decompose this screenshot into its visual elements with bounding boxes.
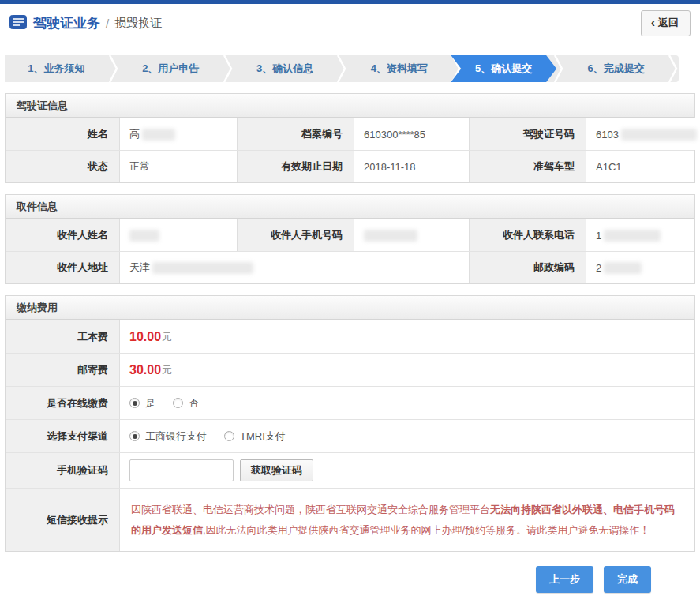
sms-code-input[interactable]	[129, 459, 234, 481]
recipient-phone-value: 1	[586, 219, 694, 251]
postage-fee-label: 邮寄费	[6, 354, 119, 386]
pay-online-no-radio[interactable]	[173, 398, 183, 408]
step-3-confirm-info[interactable]: 3、确认信息	[234, 55, 337, 82]
recipient-name-label: 收件人姓名	[6, 219, 119, 251]
steps-bar: 1、业务须知 2、用户申告 3、确认信息 4、资料填写 5、确认提交 6、完成提…	[5, 55, 679, 82]
recipient-mobile-value	[354, 219, 469, 251]
step-separator	[108, 55, 119, 82]
sms-notice-part3: ,因此无法向此类用户提供陕西省交通管理业务的网上办理/预约等服务。请此类用户避免…	[203, 524, 649, 536]
recipient-mobile-label: 收件人手机号码	[237, 219, 354, 251]
step-1-label: 1、业务须知	[28, 62, 84, 74]
step-4-label: 4、资料填写	[371, 62, 428, 74]
recipient-address-text: 天津	[129, 260, 150, 275]
payment-channel-options: 工商银行支付 TMRI支付	[119, 420, 694, 452]
name-value-text: 高	[129, 127, 140, 141]
zip-code-label: 邮政编码	[469, 252, 586, 283]
license-number-text: 6103	[596, 129, 619, 141]
steps-wrap: 1、业务须知 2、用户申告 3、确认信息 4、资料填写 5、确认提交 6、完成提…	[5, 55, 695, 82]
table-row: 选择支付渠道 工商银行支付 TMRI支付	[6, 419, 694, 452]
back-button-label: 返回	[658, 16, 679, 30]
license-number-label: 驾驶证号码	[469, 118, 586, 150]
redacted-recipient-phone	[604, 230, 661, 242]
sms-notice-text: 因陕西省联通、电信运营商技术问题，陕西省互联网交通安全综合服务管理平台无法向持陕…	[120, 492, 694, 549]
page-header: 驾驶证业务 / 损毁换证 ‹ 返回	[0, 4, 700, 43]
pickup-info-title: 取件信息	[6, 195, 694, 219]
icbc-pay-radio[interactable]	[129, 431, 140, 441]
expiry-date-value: 2018-11-18	[354, 151, 469, 182]
vehicle-class-label: 准驾车型	[469, 151, 586, 182]
recipient-address-label: 收件人地址	[6, 252, 119, 283]
vehicle-class-value: A1C1	[586, 151, 694, 182]
postage-fee-value: 30.00 元	[119, 354, 694, 386]
status-value: 正常	[119, 151, 237, 182]
zip-code-text: 2	[596, 262, 601, 274]
pay-online-yes-radio[interactable]	[129, 398, 140, 408]
step-separator	[223, 55, 234, 82]
pickup-info-panel: 取件信息 收件人姓名 收件人手机号码 收件人联系电话 1 收件人地址 天津 邮政…	[5, 194, 695, 284]
production-fee-label: 工本费	[6, 320, 119, 353]
sms-code-label: 手机验证码	[6, 453, 119, 488]
pay-online-label: 是否在线缴费	[6, 387, 119, 419]
file-number-label: 档案编号	[237, 118, 354, 150]
step-5-label: 5、确认提交	[475, 62, 532, 74]
license-info-panel: 驾驶证信息 姓名 高 档案编号 610300****85 驾驶证号码 6103 …	[5, 93, 695, 183]
redacted-recipient-mobile	[364, 230, 417, 242]
redacted-license-number	[621, 129, 697, 141]
production-fee-value: 10.00 元	[119, 320, 694, 353]
name-value: 高	[119, 118, 237, 150]
payment-channel-label: 选择支付渠道	[6, 420, 119, 452]
breadcrumb-current: 损毁换证	[114, 16, 162, 31]
table-row: 收件人姓名 收件人手机号码 收件人联系电话 1	[6, 219, 694, 251]
icbc-pay-label: 工商银行支付	[145, 429, 207, 444]
step-3-label: 3、确认信息	[256, 62, 313, 74]
pay-online-options: 是 否	[119, 387, 694, 419]
sms-notice-part1: 因陕西省联通、电信运营商技术问题，陕西省互联网交通安全综合服务管理平台	[131, 504, 490, 515]
previous-step-button[interactable]: 上一步	[536, 566, 593, 593]
zip-code-value: 2	[586, 252, 694, 283]
table-row: 工本费 10.00 元	[6, 320, 694, 353]
recipient-name-value	[119, 219, 237, 251]
redacted-name	[142, 129, 175, 141]
postage-fee-amount: 30.00	[129, 363, 161, 377]
recipient-phone-label: 收件人联系电话	[469, 219, 586, 251]
finish-button[interactable]: 完成	[604, 566, 651, 593]
table-row: 状态 正常 有效期止日期 2018-11-18 准驾车型 A1C1	[6, 150, 694, 182]
license-business-icon	[9, 15, 27, 32]
pay-online-yes-label: 是	[145, 396, 155, 410]
get-sms-code-button[interactable]: 获取验证码	[240, 459, 313, 481]
sms-notice-label: 短信接收提示	[6, 489, 119, 551]
sms-notice-cell: 因陕西省联通、电信运营商技术问题，陕西省互联网交通安全综合服务管理平台无法向持陕…	[119, 489, 694, 551]
tmri-pay-radio[interactable]	[224, 431, 234, 441]
expiry-date-label: 有效期止日期	[237, 151, 354, 182]
back-button[interactable]: ‹ 返回	[641, 10, 691, 36]
sms-code-field-group: 获取验证码	[119, 453, 694, 488]
step-6-label: 6、完成提交	[587, 62, 644, 74]
payment-panel: 缴纳费用 工本费 10.00 元 邮寄费 30.00 元 是否在线缴费 是 否 …	[5, 295, 695, 552]
page-title: 驾驶证业务	[33, 14, 100, 32]
file-number-value: 610300****85	[354, 118, 469, 150]
table-row: 手机验证码 获取验证码	[6, 452, 694, 488]
tmri-pay-label: TMRI支付	[240, 429, 286, 444]
license-info-title: 驾驶证信息	[6, 94, 694, 118]
step-4-fill-materials[interactable]: 4、资料填写	[347, 55, 451, 82]
step-6-finish-submit[interactable]: 6、完成提交	[564, 55, 668, 82]
step-2-user-declaration[interactable]: 2、用户申告	[119, 55, 223, 82]
recipient-phone-text: 1	[596, 230, 601, 242]
production-fee-unit: 元	[162, 330, 172, 344]
back-chevron-icon: ‹	[651, 19, 655, 27]
footer-actions: 上一步 完成	[0, 566, 651, 593]
redacted-recipient-address	[152, 262, 253, 274]
step-1-business-notice[interactable]: 1、业务须知	[5, 55, 108, 82]
pay-online-no-label: 否	[189, 396, 199, 410]
production-fee-amount: 10.00	[129, 330, 161, 344]
table-row: 姓名 高 档案编号 610300****85 驾驶证号码 6103	[6, 118, 694, 150]
step-5-confirm-submit-active[interactable]: 5、确认提交	[451, 55, 556, 82]
step-separator	[668, 55, 679, 82]
recipient-address-value: 天津	[119, 252, 469, 283]
table-row: 收件人地址 天津 邮政编码 2	[6, 251, 694, 283]
redacted-zip-code	[604, 262, 642, 274]
table-row: 邮寄费 30.00 元	[6, 353, 694, 386]
breadcrumb-divider: /	[106, 17, 109, 30]
status-label: 状态	[6, 151, 119, 182]
step-2-label: 2、用户申告	[142, 62, 199, 74]
